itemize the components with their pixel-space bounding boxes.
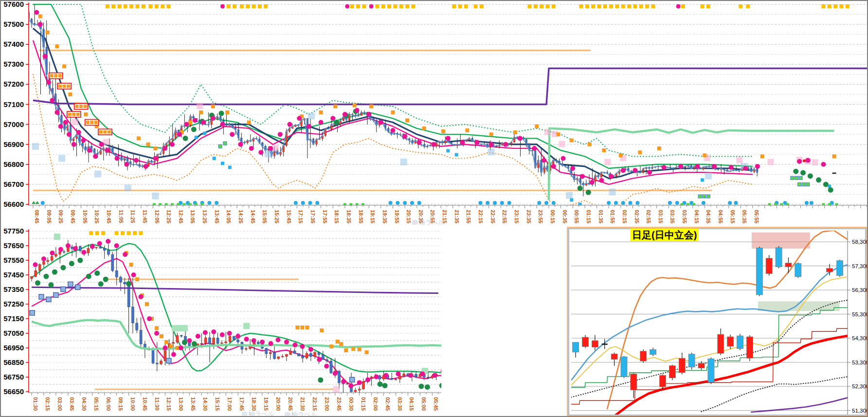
daily-y-label: 52,300 [852, 383, 868, 389]
ma-magenta-line [32, 258, 443, 385]
top-chart-x-label: 15:05 [262, 210, 268, 223]
bottom-left-chart-x-label: 19:15 [263, 397, 269, 411]
bottom-left-chart-y-label: 57650 [3, 241, 24, 250]
top-chart-y-label: 57400 [3, 40, 24, 48]
ma-magenta [32, 258, 443, 385]
daily-y-label: 55,300 [852, 311, 868, 317]
top-chart-y-label: 56900 [3, 140, 24, 148]
top-chart-x-label: 17:55 [322, 210, 328, 223]
top-chart-x-label: 15:25 [274, 210, 280, 223]
watermark-top: 軸ラベル [412, 218, 445, 227]
daily-chart: 58,30057,30056,30055,30054,30053,30052,3… [571, 230, 868, 415]
watermark-bottom-1: 軸ラベル [242, 410, 274, 417]
bottom-left-chart-y-label: 57050 [3, 329, 24, 337]
bottom-left-chart-markers [30, 231, 446, 392]
bottom-left-chart-axes: 5775057650575505745057350572505715057050… [3, 227, 441, 411]
top-chart-x-label: 22:55 [502, 210, 507, 223]
top-chart-x-label: 14:05 [226, 210, 232, 223]
bottom-left-chart-x-label: 04:15 [409, 397, 415, 411]
daily-content [571, 230, 848, 415]
top-chart-x-label: 00:15 [550, 210, 556, 223]
top-chart-x-label: 14:45 [250, 210, 256, 223]
top-chart-x-label: 17:15 [298, 210, 304, 223]
charts-canvas: 5760057500574005730057200571005700056900… [1, 1, 868, 417]
top-chart-candles [28, 4, 758, 197]
bottom-left-chart-x-label: 17:45 [239, 397, 245, 411]
daily-grid: 58,30057,30056,30055,30054,30053,30052,3… [571, 231, 868, 415]
daily-y-label: 57,300 [852, 263, 868, 269]
bottom-left-chart-x-label: 17:00 [227, 397, 233, 411]
top-chart-x-label: 23:15 [514, 210, 520, 223]
top-chart-x-label: 13:45 [214, 210, 220, 223]
bottom-left-chart-x-label: 10:00 [130, 397, 136, 411]
bottom-left-chart: 5775057650575505745057350572505715057050… [3, 227, 446, 411]
top-chart-x-label: 21:35 [454, 210, 460, 223]
top-chart-y-label: 57200 [3, 80, 24, 88]
daily-candles [573, 246, 843, 398]
line-purple [751, 398, 848, 412]
bottom-left-chart-x-label: 01:30 [33, 397, 38, 411]
daily-y-label: 56,300 [852, 287, 868, 293]
top-chart-x-label: 13:05 [190, 210, 196, 223]
top-chart-x-label: 01:15 [586, 210, 592, 223]
dotted-lower [701, 377, 848, 412]
top-chart-x-label: 03:55 [682, 210, 687, 223]
top-chart-y-label: 56700 [3, 180, 24, 188]
ma-green-line [33, 4, 753, 168]
top-chart-x-label: 22:35 [490, 210, 496, 223]
top-chart-x-label: 04:15 [694, 210, 700, 223]
bottom-left-chart-x-label: 18:30 [251, 397, 257, 411]
top-chart-x-label: 22:15 [478, 210, 484, 223]
top-chart-x-label: 19:15 [370, 210, 376, 223]
top-chart-x-label: 18:55 [358, 210, 364, 223]
bottom-left-chart-x-label: 05:00 [421, 397, 427, 411]
bottom-left-chart-y-label: 57550 [3, 256, 24, 264]
dotted-lower-line [701, 377, 848, 412]
bottom-left-chart-y-label: 57150 [3, 314, 24, 323]
top-chart-x-label: 21:55 [466, 210, 471, 223]
top-chart-x-label: 14:25 [238, 210, 244, 223]
top-chart-y-label: 57000 [3, 120, 24, 128]
top-chart-x-label: 02:55 [646, 210, 651, 223]
top-chart-x-label: 10:25 [94, 210, 100, 223]
top-chart-y-label: 57300 [3, 60, 24, 68]
bottom-left-chart-x-label: 23:45 [336, 397, 342, 411]
bottom-left-chart-x-label: 00:30 [348, 397, 354, 411]
bottom-left-chart-y-label: 56650 [3, 387, 24, 396]
top-chart-x-label: 20:15 [406, 210, 412, 223]
top-chart-x-label: 09:25 [58, 210, 64, 223]
bottom-left-chart-x-label: 10:45 [142, 397, 148, 411]
bottom-left-chart-y-label: 57250 [3, 300, 24, 308]
bottom-left-chart-x-label: 05:45 [433, 397, 439, 411]
daily-y-label: 53,300 [852, 360, 868, 365]
top-chart-x-label: 09:45 [70, 210, 76, 223]
top-chart-x-label: 12:25 [166, 210, 172, 223]
bottom-left-chart-grid [29, 231, 441, 392]
top-chart-x-label: 10:05 [82, 210, 88, 223]
bottom-left-chart-x-label: 09:15 [118, 397, 124, 411]
top-chart-x-label: 19:55 [394, 210, 400, 223]
bottom-left-chart-x-label: 06:00 [106, 397, 111, 411]
top-chart-x-label: 19:35 [382, 210, 388, 223]
resistance-zone-pink [752, 233, 810, 249]
top-chart-x-label: 04:55 [718, 210, 723, 223]
bottom-left-chart-x-label: 02:45 [385, 397, 391, 411]
bottom-left-chart-x-label: 12:15 [166, 397, 172, 411]
bottom-left-chart-x-label: 02:15 [45, 397, 51, 411]
bottom-left-chart-x-label: 02:00 [373, 397, 379, 411]
bottom-left-chart-x-label: 21:30 [300, 397, 306, 411]
bottom-left-chart-x-label: 13:45 [190, 397, 196, 411]
top-chart-x-label: 04:35 [705, 210, 711, 223]
top-chart-x-label: 05:15 [730, 210, 736, 223]
top-chart-y-label: 57600 [3, 1, 24, 8]
bottom-left-chart-y-label: 57750 [3, 227, 24, 235]
bottom-left-chart-x-label: 03:30 [397, 397, 403, 411]
top-chart-x-label: 23:55 [538, 210, 543, 223]
daily-y-label: 58,300 [852, 239, 868, 245]
kijun-purple-line [32, 287, 438, 293]
top-chart-x-label: 11:45 [142, 210, 148, 223]
kijun-purple [32, 287, 438, 293]
bottom-left-chart-x-label: 22:15 [312, 397, 318, 411]
top-chart-x-label: 02:35 [634, 210, 640, 223]
top-chart-x-label: 23:35 [526, 210, 532, 223]
